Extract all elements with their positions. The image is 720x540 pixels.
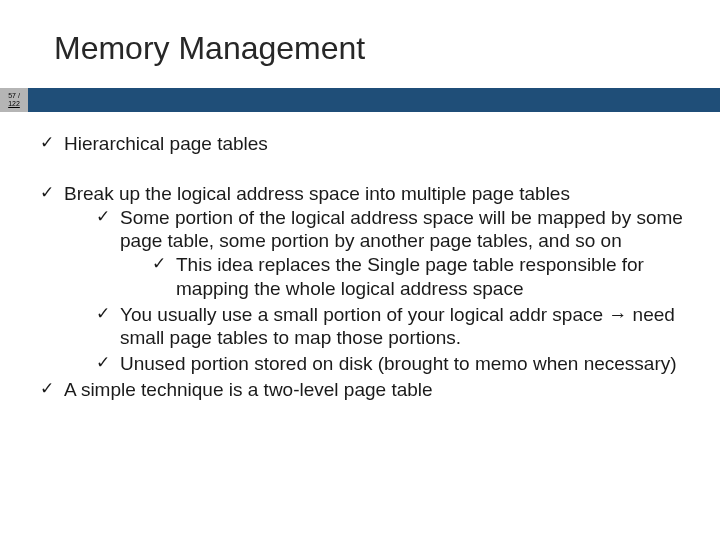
bullet-text: Break up the logical address space into … [64,183,570,204]
slide-body: Hierarchical page tables Break up the lo… [38,132,688,404]
bullet: Some portion of the logical address spac… [94,206,688,301]
bullet-text: Hierarchical page tables [64,133,268,154]
bullet-text: Some portion of the logical address spac… [120,207,683,252]
page-total: 122 [8,100,20,108]
slide: Memory Management 57 / 122 Hierarchical … [0,0,720,540]
bullet: Break up the logical address space into … [38,182,688,376]
bullet: A simple technique is a two-level page t… [38,378,688,402]
slide-title: Memory Management [54,30,365,67]
bullet: Hierarchical page tables [38,132,688,156]
bullet-text: You usually use a small portion of your … [120,304,675,349]
bullet: This idea replaces the Single page table… [150,253,688,301]
page-current: 57 / [8,92,20,100]
bullet-text: Unused portion stored on disk (brought t… [120,353,677,374]
header-band: 57 / 122 [0,88,720,112]
page-number-badge: 57 / 122 [0,88,28,112]
bullet-text: This idea replaces the Single page table… [176,254,644,299]
bullet: You usually use a small portion of your … [94,303,688,351]
header-bar [28,88,720,112]
bullet: Unused portion stored on disk (brought t… [94,352,688,376]
bullet-text: A simple technique is a two-level page t… [64,379,433,400]
